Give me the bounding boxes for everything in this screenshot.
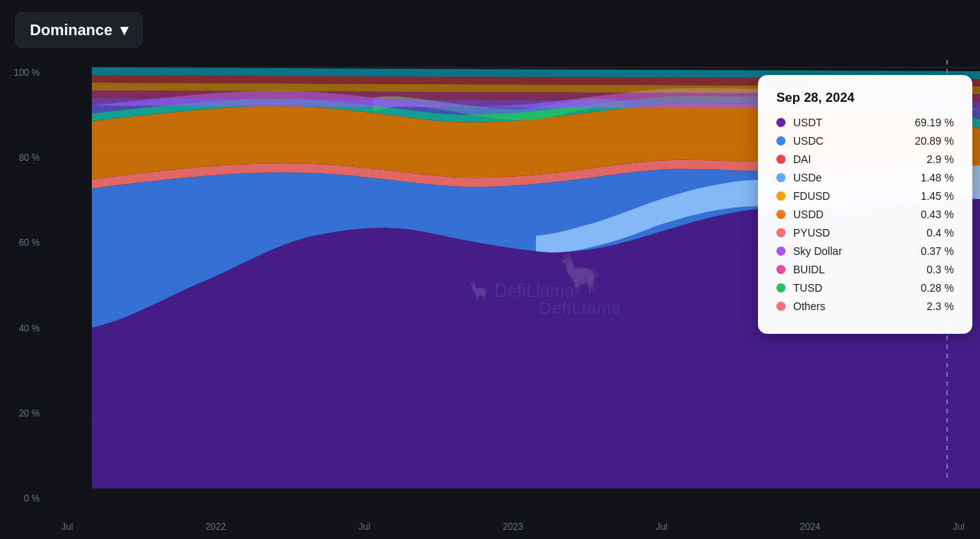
svg-text:🦙 DefiLlama: 🦙 DefiLlama [468,280,575,302]
tooltip-dot [776,228,786,237]
y-label-80: 80 % [6,152,40,163]
tooltip-item-value: 20.89 % [915,135,954,147]
chevron-down-icon: ▾ [120,21,128,39]
header: Dominance ▾ [0,0,980,60]
tooltip-item: Others2.3 % [776,300,954,312]
x-label-2024: 2024 [800,521,821,532]
x-label-2022: 2022 [205,521,226,532]
tooltip-item: USDC20.89 % [776,135,954,147]
dominance-button[interactable]: Dominance ▾ [15,12,142,47]
tooltip: Sep 28, 2024 USDT69.19 %USDC20.89 %DAI2.… [758,75,972,334]
y-label-0: 0 % [6,493,40,504]
tooltip-item-value: 0.28 % [920,282,954,294]
tooltip-item-label: USDT [793,116,907,129]
y-label-20: 20 % [6,408,40,419]
tooltip-dot [776,302,786,311]
x-label-jul2023: Jul [655,521,667,532]
x-label-jul2022: Jul [358,521,370,532]
x-label-jul2024: Jul [953,521,965,532]
tooltip-item-label: USDC [793,135,907,147]
tooltip-item-label: PYUSD [793,227,919,239]
tooltip-item: TUSD0.28 % [776,282,954,294]
tooltip-dot [776,265,786,274]
tooltip-item-value: 0.3 % [926,263,954,276]
tooltip-date: Sep 28, 2024 [776,90,954,106]
x-label-jul2021: Jul [61,521,73,532]
tooltip-item-value: 0.37 % [920,245,954,257]
tooltip-item-value: 1.45 % [920,190,954,202]
dominance-title: Dominance [30,21,113,39]
y-axis: 0 % 20 % 40 % 60 % 80 % 100 % [0,60,46,511]
tooltip-item-label: FDUSD [793,190,913,202]
tooltip-item-label: Sky Dollar [793,245,913,257]
chart-container: 0 % 20 % 40 % 60 % 80 % 100 % [0,60,980,539]
tooltip-items: USDT69.19 %USDC20.89 %DAI2.9 %USDe1.48 %… [776,116,954,312]
tooltip-item-value: 69.19 % [915,116,954,129]
tooltip-dot [776,136,786,145]
tooltip-item-label: DAI [793,153,919,165]
tooltip-item-label: BUIDL [793,263,919,276]
tooltip-dot [776,173,786,182]
tooltip-item: USDD0.43 % [776,208,954,220]
tooltip-item-value: 0.43 % [920,208,954,220]
tooltip-item: USDe1.48 % [776,172,954,184]
x-label-2023: 2023 [503,521,524,532]
tooltip-dot [776,191,786,201]
tooltip-item-value: 1.48 % [920,172,954,184]
tooltip-dot [776,118,786,127]
tooltip-item-label: TUSD [793,282,913,294]
y-label-60: 60 % [6,237,40,248]
tooltip-item: DAI2.9 % [776,153,954,165]
chart-area[interactable]: 🦙 DefiLlama Sep 28, 2024 USDT69.19 %USDC… [92,60,980,511]
tooltip-item-value: 2.9 % [926,153,954,165]
tooltip-item-label: USDe [793,172,913,184]
tooltip-item: BUIDL0.3 % [776,263,954,276]
y-label-40: 40 % [6,323,40,334]
tooltip-item-value: 2.3 % [926,300,954,312]
x-axis: Jul 2022 Jul 2023 Jul 2024 Jul [46,511,980,539]
tooltip-item: Sky Dollar0.37 % [776,245,954,257]
tooltip-item: PYUSD0.4 % [776,227,954,239]
tooltip-item-label: Others [793,300,919,312]
tooltip-item: USDT69.19 % [776,116,954,129]
tooltip-item: FDUSD1.45 % [776,190,954,202]
tooltip-dot [776,155,786,164]
tooltip-dot [776,210,786,219]
tooltip-item-value: 0.4 % [926,227,954,239]
tooltip-item-label: USDD [793,208,913,220]
tooltip-dot [776,283,786,292]
y-label-100: 100 % [6,67,40,78]
tooltip-dot [776,247,786,256]
